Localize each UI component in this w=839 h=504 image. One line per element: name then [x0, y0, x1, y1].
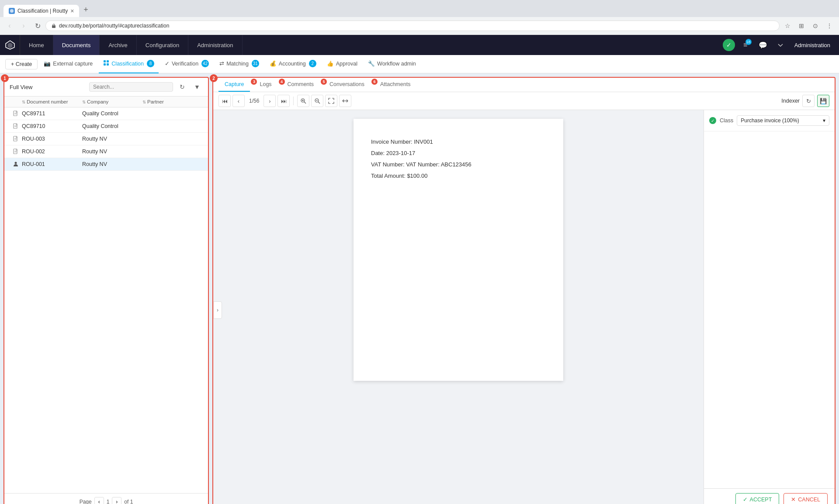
class-status-icon: ✓: [709, 117, 716, 124]
zoom-in-button[interactable]: [297, 95, 309, 107]
page-first-button[interactable]: ⏮: [218, 95, 231, 107]
classification-badge: 8: [147, 60, 154, 67]
col-header-company[interactable]: ⇅ Company: [82, 99, 142, 104]
profile-button[interactable]: ⊙: [809, 20, 822, 32]
tab-conversations[interactable]: 5 Conversations: [320, 78, 371, 92]
nav-tab-configuration[interactable]: Configuration: [137, 35, 188, 55]
right-panel-step: 2: [210, 74, 218, 82]
user-chevron-icon: [777, 41, 784, 49]
menu-button[interactable]: ⋮: [823, 20, 836, 32]
cell-company-3: Routty NV: [82, 148, 142, 155]
create-button[interactable]: + Create: [5, 59, 38, 69]
notifications-button[interactable]: ≡ 18: [738, 38, 752, 52]
nav-forward-button[interactable]: ›: [17, 20, 30, 32]
svg-rect-7: [107, 63, 109, 66]
zoom-out-icon: [314, 98, 320, 104]
table-row-selected[interactable]: ROU-001 Routty NV: [4, 158, 208, 171]
header-right: ✓ ≡ 18 💬 Administration: [718, 38, 839, 52]
svg-rect-6: [104, 63, 106, 66]
tab-attachments[interactable]: 6 Attachments: [371, 78, 416, 92]
document-table-body: QC89711 Quality Control QC89710 Quality …: [4, 107, 208, 493]
user-name: Administration: [791, 42, 834, 48]
cancel-button[interactable]: ✕ CANCEL: [784, 493, 828, 504]
accept-button[interactable]: ✓ ACCEPT: [735, 493, 780, 504]
comments-step-badge: 4: [279, 79, 285, 85]
sub-nav-external-capture[interactable]: 📷 External capture: [39, 55, 97, 73]
refresh-button[interactable]: ↻: [177, 81, 188, 93]
col-header-icon: [10, 99, 22, 104]
indexer-empty-space: [704, 131, 835, 488]
sub-nav-workflow-admin[interactable]: 🔧 Workflow admin: [364, 55, 420, 73]
page-next-button[interactable]: ›: [263, 95, 276, 107]
bookmark-button[interactable]: ☆: [781, 20, 794, 32]
tab-logs[interactable]: 3 Logs: [250, 78, 277, 92]
file-icon: [13, 123, 19, 129]
url-text: dev.routty.be/portal/routty/#captureclas…: [59, 23, 774, 29]
svg-rect-8: [14, 111, 17, 116]
table-row[interactable]: QC89711 Quality Control: [4, 107, 208, 120]
zoom-out-button[interactable]: [311, 95, 323, 107]
cell-company-0: Quality Control: [82, 110, 142, 117]
chat-button[interactable]: 💬: [756, 38, 770, 52]
cell-partner-0: [142, 110, 203, 117]
nav-back-button[interactable]: ‹: [3, 20, 16, 32]
tab-close-button[interactable]: ×: [70, 7, 74, 14]
class-value-dropdown[interactable]: Purchase invoice (100%) ▾: [737, 115, 829, 126]
zoom-in-icon: [300, 98, 306, 104]
search-input[interactable]: [93, 84, 169, 90]
active-tab[interactable]: Classification | Routty ×: [3, 5, 79, 17]
prev-page-button[interactable]: ‹: [94, 497, 104, 504]
approval-icon: 👍: [327, 60, 334, 67]
fit-width-button[interactable]: [339, 95, 351, 107]
fit-page-button[interactable]: [325, 95, 337, 107]
cancel-x-icon: ✕: [791, 496, 796, 503]
sub-nav-accounting[interactable]: 💰 Accounting 2: [265, 55, 321, 73]
nav-tab-home[interactable]: Home: [20, 35, 53, 55]
row-icon-4: [10, 161, 22, 167]
svg-rect-4: [104, 60, 106, 62]
separator: [293, 97, 294, 105]
extensions-button[interactable]: ⊞: [795, 20, 808, 32]
person-icon: [13, 161, 19, 167]
indexer-save-button[interactable]: 💾: [817, 95, 829, 107]
nav-tab-administration[interactable]: Administration: [188, 35, 242, 55]
nav-tab-archive[interactable]: Archive: [100, 35, 136, 55]
svg-rect-5: [107, 60, 109, 62]
cell-company-2: Routty NV: [82, 136, 142, 142]
page-last-button[interactable]: ⏭: [277, 95, 290, 107]
conversations-step-badge: 5: [321, 79, 327, 85]
notifications-badge: 18: [745, 39, 752, 45]
table-row[interactable]: ROU-002 Routty NV: [4, 145, 208, 158]
logo-icon: [5, 40, 15, 50]
classification-svg-icon: [103, 60, 109, 66]
search-box[interactable]: [89, 82, 173, 92]
page-prev-button[interactable]: ‹: [232, 95, 245, 107]
matching-badge: 31: [252, 60, 259, 67]
cell-doc-0: QC89711: [22, 110, 82, 117]
user-menu-button[interactable]: [773, 38, 787, 52]
doc-viewer: › Invoice Number: INV001 Date: 2023-10-1…: [213, 110, 704, 504]
panel-title: Full View: [10, 84, 86, 90]
logs-step-badge: 3: [251, 79, 257, 85]
tab-comments[interactable]: 4 Comments: [278, 78, 320, 92]
sub-nav-approval[interactable]: 👍 Approval: [322, 55, 362, 73]
nav-tab-documents[interactable]: Documents: [53, 35, 100, 55]
nav-reload-button[interactable]: ↻: [31, 20, 44, 32]
new-tab-button[interactable]: +: [79, 3, 93, 17]
sub-nav-matching[interactable]: ⇄ Matching 31: [215, 55, 263, 73]
filter-button[interactable]: ▼: [191, 81, 203, 93]
next-page-button[interactable]: ›: [112, 497, 121, 504]
col-header-partner[interactable]: ⇅ Partner: [142, 99, 203, 104]
sub-nav: + Create 📷 External capture Classificati…: [0, 55, 839, 73]
lock-icon: [51, 23, 56, 28]
collapse-panel-button[interactable]: ›: [213, 301, 222, 319]
col-header-doc-number[interactable]: ⇅ Document number: [22, 99, 82, 104]
sub-nav-classification[interactable]: Classification 8: [99, 55, 159, 73]
sub-nav-verification[interactable]: ✓ Verification 42: [160, 55, 213, 73]
indexer-refresh-button[interactable]: ↻: [802, 95, 815, 107]
table-row[interactable]: ROU-003 Routty NV: [4, 133, 208, 145]
table-row[interactable]: QC89710 Quality Control: [4, 120, 208, 133]
tab-capture[interactable]: Capture: [218, 78, 250, 92]
sort-icon-company: ⇅: [82, 100, 86, 104]
address-bar[interactable]: dev.routty.be/portal/routty/#captureclas…: [45, 21, 780, 31]
